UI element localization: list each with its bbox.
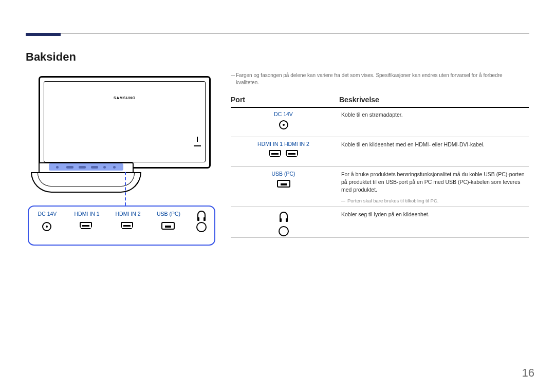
port-sub-note: Porten skal bare brukes til tilkobling t…: [341, 197, 529, 204]
table-header-port: Port: [231, 96, 245, 104]
dc-icon: [42, 222, 51, 233]
note-text: Fargen og fasongen på delene kan variere…: [236, 72, 527, 86]
port-description: Koble til en kildeenhet med en HDMI- ell…: [341, 141, 529, 148]
table-row: HDMI IN 1 HDMI IN 2 Koble til en kildeen…: [231, 141, 529, 166]
port-description: For å bruke produktets berøringsfunksjon…: [341, 171, 529, 194]
hdmi-pair-icon: [231, 150, 336, 159]
port-label: HDMI IN 1: [69, 211, 105, 217]
hdmi-icon: [80, 222, 92, 231]
table-row: USB (PC) For å bruke produktets berøring…: [231, 171, 529, 206]
port-label: USB (PC): [152, 211, 185, 217]
circle-icon: [231, 226, 336, 238]
table-row: DC 14V Koble til en strømadapter.: [231, 111, 529, 137]
header-accent: [26, 33, 61, 36]
usb-icon: [231, 180, 336, 190]
port-label: USB (PC): [231, 171, 336, 177]
table-header-desc: Beskrivelse: [339, 96, 379, 104]
section-title: Baksiden: [26, 50, 76, 64]
port-callout-box: DC 14V HDMI IN 1 HDMI IN 2 USB (PC): [28, 206, 215, 246]
dc-icon: [231, 120, 336, 132]
table-row: Kobler seg til lyden på en kildeenhet.: [231, 211, 529, 237]
table-rule-thin: [231, 137, 529, 137]
table-rule: [231, 107, 529, 108]
headphone-icon: [197, 211, 206, 221]
monitor-frame: SAMSUNG: [39, 76, 211, 169]
circle-icon: [196, 222, 207, 234]
callout-line: [125, 172, 126, 206]
note-bullet: [231, 75, 235, 76]
header-rule: [26, 33, 529, 34]
port-label: DC 14V: [32, 211, 63, 217]
brand-logo: SAMSUNG: [114, 96, 136, 100]
port-label: HDMI IN 2: [110, 211, 146, 217]
page-number: 16: [522, 366, 534, 380]
port-highlight: [49, 163, 123, 171]
hdmi-icon: [121, 222, 133, 231]
table-rule-thin: [231, 207, 529, 207]
table-rule-thin: [231, 166, 529, 167]
headphone-icon: [231, 212, 336, 222]
port-label: HDMI IN 1 HDMI IN 2: [231, 141, 336, 147]
usb-icon: [161, 222, 175, 232]
port-description: Kobler seg til lyden på en kildeenhet.: [341, 211, 529, 218]
port-description: Koble til en strømadapter.: [341, 111, 529, 119]
port-label: DC 14V: [231, 111, 336, 117]
table-rule-thin: [231, 237, 529, 238]
